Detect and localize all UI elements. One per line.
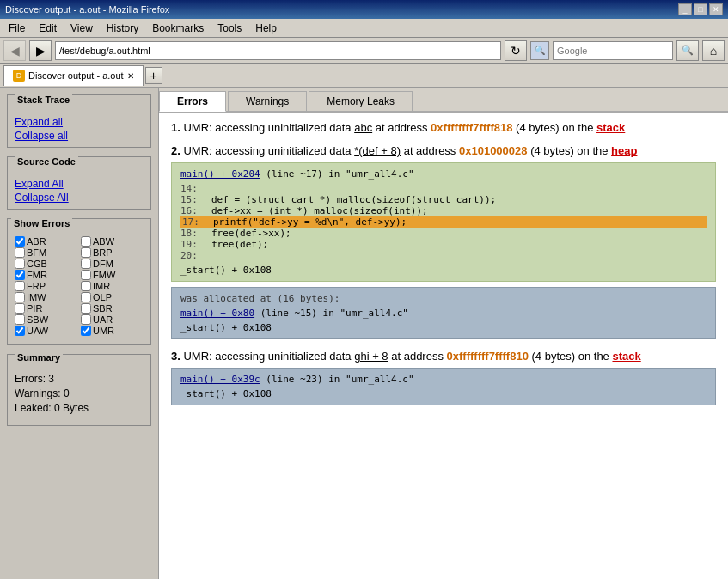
tab-errors[interactable]: Errors: [159, 91, 226, 112]
checkbox-UMR[interactable]: UMR: [81, 326, 144, 336]
small-stack-call: _start() + 0x108: [180, 388, 707, 399]
checkbox-UAR[interactable]: UAR: [81, 314, 144, 325]
menu-history[interactable]: History: [101, 21, 144, 36]
alloc-func-link[interactable]: main() + 0x80: [180, 308, 254, 319]
error-2-size: (4 bytes) on the: [530, 144, 611, 157]
code-func-line: main() + 0x204 (line ~17) in "umr_all4.c…: [180, 168, 707, 180]
tab-memory-leaks[interactable]: Memory Leaks: [309, 91, 413, 111]
search-button[interactable]: 🔍: [676, 40, 699, 61]
content-area: Errors Warnings Memory Leaks 1. UMR: acc…: [159, 88, 728, 579]
error-2-loc[interactable]: heap: [611, 144, 637, 157]
error-3-mid: at address: [391, 350, 446, 363]
error-1-mid: at address: [376, 121, 431, 134]
menu-bookmarks[interactable]: Bookmarks: [147, 21, 209, 36]
menu-file[interactable]: File: [3, 21, 30, 36]
error-header-2: 2. UMR: accessing uninitialized data *(d…: [171, 144, 716, 157]
menu-help[interactable]: Help: [250, 21, 282, 36]
code-line-17: 17: printf("def->yy = %d\n", def->yy);: [180, 216, 707, 228]
tab-add-button[interactable]: +: [145, 67, 162, 84]
func-location: (line ~17) in "umr_all4.c": [266, 168, 413, 180]
menu-edit[interactable]: Edit: [34, 21, 62, 36]
address-input[interactable]: [59, 46, 497, 56]
error-3-var: ghi + 8: [354, 350, 388, 363]
error-1-prefix: UMR: accessing uninitialized data: [183, 121, 354, 134]
error-3-addr: 0xffffffff7ffff810: [447, 350, 529, 363]
search-bar: [553, 41, 673, 60]
error-item-2: 2. UMR: accessing uninitialized data *(d…: [171, 144, 716, 339]
main-func-link[interactable]: main() + 0x204: [180, 168, 260, 180]
search-input[interactable]: [557, 46, 634, 56]
address-bar: [55, 41, 501, 60]
maximize-button[interactable]: □: [694, 3, 707, 15]
checkbox-UAW[interactable]: UAW: [15, 326, 77, 336]
code-block-2: main() + 0x204 (line ~17) in "umr_all4.c…: [171, 162, 716, 282]
menu-tools[interactable]: Tools: [212, 21, 247, 36]
forward-button[interactable]: ▶: [29, 40, 52, 61]
alloc-title: was allocated at (16 bytes):: [180, 293, 707, 304]
error-1-num: 1.: [171, 121, 180, 134]
show-errors-section: Show Errors ABR ABW BFM BRP CGB DFM FMR …: [7, 218, 151, 345]
expand-all-link[interactable]: Expand all: [15, 116, 144, 128]
tab-bar: D Discover output - a.out ✕ +: [0, 64, 728, 88]
code-lines: 14: 15: def = (struct cart *) malloc(siz…: [180, 180, 707, 261]
checkbox-BRP[interactable]: BRP: [81, 247, 144, 258]
stack-trace-section: Stack Trace Expand all Collapse all: [7, 94, 151, 148]
summary-section: Summary Errors: 3 Warnings: 0 Leaked: 0 …: [7, 354, 151, 426]
stack-call-1: _start() + 0x108: [180, 265, 707, 276]
checkbox-DFM[interactable]: DFM: [81, 259, 144, 269]
checkbox-FMW[interactable]: FMW: [81, 270, 144, 280]
alloc-block: was allocated at (16 bytes): main() + 0x…: [171, 287, 716, 339]
stack-trace-title: Stack Trace: [15, 94, 72, 105]
error-2-num: 2.: [171, 144, 180, 157]
collapse-all-src-link[interactable]: Collapse All: [15, 192, 144, 204]
home-button[interactable]: ⌂: [702, 40, 725, 61]
error-header-1: 1. UMR: accessing uninitialized data abc…: [171, 121, 716, 134]
checkbox-BFM[interactable]: BFM: [15, 247, 77, 258]
code-line-20: 20:: [180, 250, 707, 261]
minimize-button[interactable]: _: [678, 3, 692, 15]
error-1-loc[interactable]: stack: [596, 121, 625, 134]
menu-bar: File Edit View History Bookmarks Tools H…: [0, 19, 728, 38]
checkbox-CGB[interactable]: CGB: [15, 259, 77, 269]
browser-tab[interactable]: D Discover output - a.out ✕: [3, 65, 144, 86]
checkbox-ABR[interactable]: ABR: [15, 236, 77, 247]
nav-bar: ◀ ▶ ↻ 🔍 🔍 ⌂: [0, 38, 728, 64]
small-location: (line ~23) in "umr_all4.c": [266, 374, 413, 385]
expand-all-src-link[interactable]: Expand All: [15, 178, 144, 190]
error-3-loc[interactable]: stack: [612, 350, 640, 363]
browser-tab-label: Discover output - a.out: [28, 70, 124, 81]
window-controls: _ □ ✕: [678, 3, 723, 15]
close-button[interactable]: ✕: [709, 3, 723, 15]
menu-view[interactable]: View: [65, 21, 98, 36]
small-func-link[interactable]: main() + 0x39c: [180, 374, 260, 385]
checkbox-ABW[interactable]: ABW: [81, 236, 144, 247]
collapse-all-link[interactable]: Collapse all: [15, 130, 144, 142]
tab-close-icon[interactable]: ✕: [127, 71, 134, 81]
alloc-stack-call: _start() + 0x108: [180, 322, 707, 333]
leaked-count: Leaked: 0 Bytes: [15, 402, 144, 414]
error-item-1: 1. UMR: accessing uninitialized data abc…: [171, 121, 716, 134]
checkbox-FRP[interactable]: FRP: [15, 281, 77, 291]
error-3-prefix: UMR: accessing uninitialized data: [183, 350, 354, 363]
checkbox-FMR[interactable]: FMR: [15, 270, 77, 280]
checkbox-IMW[interactable]: IMW: [15, 292, 77, 302]
title-bar: Discover output - a.out - Mozilla Firefo…: [0, 0, 728, 19]
error-header-3: 3. UMR: accessing uninitialized data ghi…: [171, 350, 716, 363]
source-code-section: Source Code Expand All Collapse All: [7, 156, 151, 210]
checkbox-IMR[interactable]: IMR: [81, 281, 144, 291]
summary-title: Summary: [15, 352, 63, 363]
alloc-func-line: main() + 0x80 (line ~15) in "umr_all4.c": [180, 308, 707, 319]
window-title: Discover output - a.out - Mozilla Firefo…: [5, 4, 169, 15]
refresh-button[interactable]: ↻: [505, 40, 527, 61]
checkbox-SBW[interactable]: SBW: [15, 314, 77, 325]
tab-warnings[interactable]: Warnings: [228, 91, 307, 111]
checkbox-SBR[interactable]: SBR: [81, 303, 144, 314]
small-func-line: main() + 0x39c (line ~23) in "umr_all4.c…: [180, 374, 707, 385]
errors-count: Errors: 3: [15, 373, 144, 385]
back-button[interactable]: ◀: [3, 40, 26, 61]
content-body: 1. UMR: accessing uninitialized data abc…: [159, 113, 728, 424]
checkbox-OLP[interactable]: OLP: [81, 292, 144, 302]
error-1-addr: 0xffffffff7ffff818: [431, 121, 512, 134]
checkbox-PIR[interactable]: PIR: [15, 303, 77, 314]
small-code-block: main() + 0x39c (line ~23) in "umr_all4.c…: [171, 368, 716, 405]
